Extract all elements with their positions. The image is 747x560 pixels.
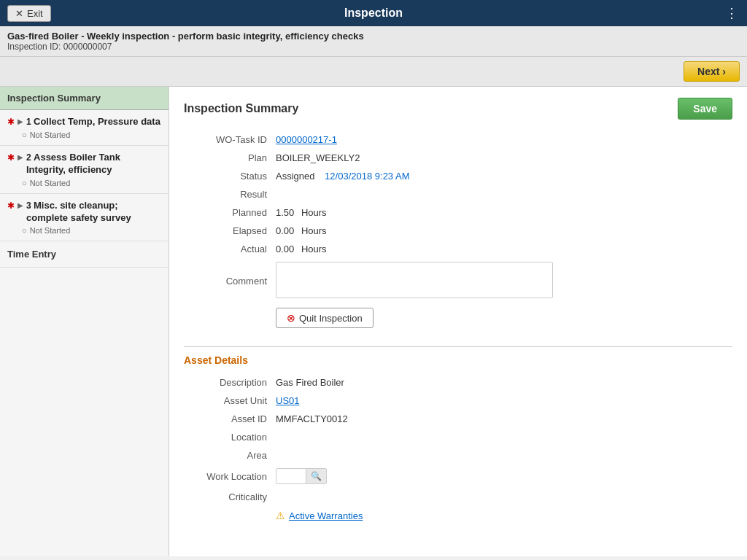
arrow-icon-3: ▶ (18, 201, 23, 209)
sidebar-item-time-entry[interactable]: Time Entry (0, 241, 169, 268)
planned-value: 1.50 (276, 207, 294, 218)
save-button[interactable]: Save (678, 98, 732, 120)
comment-label: Comment (184, 258, 271, 304)
wo-task-link[interactable]: 0000000217-1 (276, 134, 337, 145)
asset-details-title: Asset Details (184, 354, 732, 366)
area-row: Area (184, 446, 732, 464)
wo-task-label: WO-Task ID (184, 131, 271, 149)
wo-task-value: 0000000217-1 (271, 131, 732, 149)
next-row: Next › (0, 57, 747, 87)
planned-unit: Hours (301, 207, 327, 218)
plan-row: Plan BOILER_WEEKLY2 (184, 149, 732, 167)
close-icon: ✕ (15, 8, 23, 19)
inspection-form: WO-Task ID 0000000217-1 Plan BOILER_WEEK… (184, 131, 732, 332)
required-icon-3: ✱ (7, 201, 15, 211)
warranty-info: ⚠ Active Warranties (276, 510, 728, 521)
sub-header: Gas-fired Boiler - Weekly inspection - p… (0, 26, 747, 57)
menu-icon[interactable]: ⋮ (725, 5, 740, 21)
work-location-field: 🔍 (276, 468, 327, 484)
sidebar-item-1[interactable]: ✱ ▶ 1 Collect Temp, Pressure data ○ Not … (0, 110, 169, 146)
required-icon-1: ✱ (7, 117, 15, 127)
result-label: Result (184, 185, 271, 203)
status-label: Status (184, 167, 271, 185)
top-bar: ✕ Exit Inspection ⋮ (0, 0, 747, 26)
plan-label: Plan (184, 149, 271, 167)
planned-row: Planned 1.50 Hours (184, 203, 732, 222)
description-row: Description Gas Fired Boiler (184, 373, 732, 392)
status-row: Status Assigned 12/03/2018 9:23 AM (184, 167, 732, 185)
actual-row: Actual 0.00 Hours (184, 240, 732, 258)
sidebar-item-3[interactable]: ✱ ▶ 3 Misc. site cleanup; complete safet… (0, 194, 169, 242)
status-label-1: Not Started (30, 131, 71, 139)
arrow-icon-1: ▶ (18, 117, 23, 125)
actual-unit: Hours (301, 244, 327, 254)
asset-id-label: Asset ID (184, 410, 271, 428)
exit-button[interactable]: ✕ Exit (7, 5, 51, 22)
sidebar-header: Inspection Summary (0, 87, 169, 110)
criticality-row: Criticality (184, 488, 732, 506)
area-value (271, 446, 732, 464)
wo-task-row: WO-Task ID 0000000217-1 (184, 131, 732, 149)
status-icon-2: ○ (22, 179, 27, 187)
asset-id-row: Asset ID MMFACLTY0012 (184, 410, 732, 428)
asset-form: Description Gas Fired Boiler Asset Unit … (184, 373, 732, 525)
sidebar-item-title-2: 2 Assess Boiler Tank Integrity, efficien… (26, 152, 161, 176)
description-value: Gas Fired Boiler (271, 373, 732, 392)
required-icon-2: ✱ (7, 152, 15, 163)
plan-value: BOILER_WEEKLY2 (271, 149, 732, 167)
sidebar-item-title-3: 3 Misc. site cleanup; complete safety su… (26, 200, 161, 225)
sidebar-item-title-1: 1 Collect Temp, Pressure data (26, 116, 160, 128)
elapsed-label: Elapsed (184, 222, 271, 240)
location-value (271, 428, 732, 446)
quit-inspection-button[interactable]: ⊗ Quit Inspection (276, 308, 374, 328)
section-header-row: Inspection Summary Save (184, 98, 732, 120)
status-date: 12/03/2018 9:23 AM (325, 171, 409, 182)
warranty-row: ⚠ Active Warranties (184, 506, 732, 525)
main-layout: Inspection Summary ✱ ▶ 1 Collect Temp, P… (0, 87, 747, 556)
planned-label: Planned (184, 203, 271, 222)
asset-unit-row: Asset Unit US01 (184, 392, 732, 410)
status-icon-1: ○ (22, 131, 27, 139)
asset-unit-value: US01 (271, 392, 732, 410)
inspection-title: Gas-fired Boiler - Weekly inspection - p… (7, 31, 740, 42)
comment-row: Comment (184, 258, 732, 304)
area-label: Area (184, 446, 271, 464)
status-label-3: Not Started (30, 226, 71, 235)
quit-row: ⊗ Quit Inspection (184, 304, 732, 332)
actual-label: Actual (184, 240, 271, 258)
warning-icon: ⚠ (276, 510, 285, 521)
result-value (271, 185, 732, 203)
location-row: Location (184, 428, 732, 446)
actual-value: 0.00 (276, 244, 294, 254)
asset-id-value: MMFACLTY0012 (271, 410, 732, 428)
comment-input[interactable] (276, 262, 553, 298)
work-location-row: Work Location 🔍 (184, 464, 732, 488)
section-title: Inspection Summary (184, 102, 298, 115)
elapsed-unit: Hours (301, 225, 327, 236)
work-location-label: Work Location (184, 464, 271, 488)
result-row: Result (184, 185, 732, 203)
sidebar: Inspection Summary ✱ ▶ 1 Collect Temp, P… (0, 87, 169, 556)
work-location-search-button[interactable]: 🔍 (306, 469, 326, 483)
status-value: Assigned (276, 171, 314, 182)
asset-unit-label: Asset Unit (184, 392, 271, 410)
page-title: Inspection (344, 7, 403, 20)
status-label-2: Not Started (30, 179, 71, 187)
next-button[interactable]: Next › (684, 61, 740, 82)
quit-icon: ⊗ (287, 312, 295, 324)
status-icon-3: ○ (22, 226, 27, 235)
elapsed-value: 0.00 (276, 225, 294, 236)
arrow-icon-2: ▶ (18, 153, 23, 161)
description-label: Description (184, 373, 271, 392)
asset-details-section: Asset Details Description Gas Fired Boil… (184, 346, 732, 525)
inspection-id: Inspection ID: 0000000007 (7, 42, 740, 52)
elapsed-row: Elapsed 0.00 Hours (184, 222, 732, 240)
content-area: Inspection Summary Save WO-Task ID 00000… (169, 87, 747, 556)
criticality-label: Criticality (184, 488, 271, 506)
work-location-input[interactable] (276, 469, 306, 483)
sidebar-item-2[interactable]: ✱ ▶ 2 Assess Boiler Tank Integrity, effi… (0, 146, 169, 194)
asset-unit-link[interactable]: US01 (276, 395, 300, 406)
location-label: Location (184, 428, 271, 446)
active-warranties-link[interactable]: Active Warranties (289, 510, 363, 521)
